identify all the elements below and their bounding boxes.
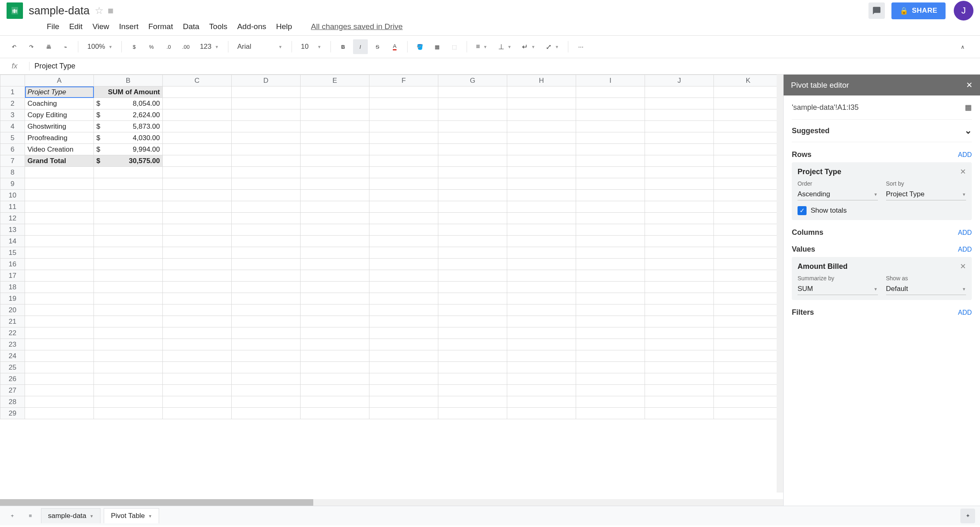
cell-B11[interactable] [94,201,163,213]
row-header-6[interactable]: 6 [0,144,25,155]
cell-I12[interactable] [576,213,645,224]
cell-I6[interactable] [576,144,645,155]
cell-B14[interactable] [94,236,163,247]
cell-H14[interactable] [507,236,576,247]
star-icon[interactable]: ☆ [95,5,104,16]
cell-K14[interactable] [714,236,783,247]
cell-F17[interactable] [369,270,438,282]
cell-F28[interactable] [369,396,438,408]
cell-G16[interactable] [438,259,507,270]
cell-G25[interactable] [438,362,507,373]
row-header-25[interactable]: 25 [0,362,25,373]
cell-D14[interactable] [232,236,301,247]
add-values-button[interactable]: ADD [958,246,972,253]
cell-K1[interactable] [714,86,783,98]
cell-D23[interactable] [232,339,301,350]
cell-B15[interactable] [94,247,163,259]
row-header-26[interactable]: 26 [0,373,25,385]
cell-J15[interactable] [645,247,714,259]
cell-J24[interactable] [645,350,714,362]
cell-G27[interactable] [438,385,507,396]
cell-D2[interactable] [232,98,301,109]
cell-H17[interactable] [507,270,576,282]
cell-F26[interactable] [369,373,438,385]
row-header-21[interactable]: 21 [0,316,25,327]
cell-F11[interactable] [369,201,438,213]
cell-D22[interactable] [232,327,301,339]
cell-F18[interactable] [369,282,438,293]
cell-E23[interactable] [301,339,369,350]
cell-K2[interactable] [714,98,783,109]
cell-H24[interactable] [507,350,576,362]
cell-E29[interactable] [301,408,369,419]
row-header-8[interactable]: 8 [0,167,25,178]
cell-D20[interactable] [232,304,301,316]
cell-A24[interactable] [25,350,94,362]
cell-G29[interactable] [438,408,507,419]
row-header-11[interactable]: 11 [0,201,25,213]
cell-I22[interactable] [576,327,645,339]
cell-J11[interactable] [645,201,714,213]
cell-F2[interactable] [369,98,438,109]
cell-E18[interactable] [301,282,369,293]
cell-K22[interactable] [714,327,783,339]
cell-G23[interactable] [438,339,507,350]
cell-D25[interactable] [232,362,301,373]
cell-A3[interactable]: Copy Editing [25,109,94,121]
cell-A28[interactable] [25,396,94,408]
cell-A2[interactable]: Coaching [25,98,94,109]
cell-D8[interactable] [232,167,301,178]
cell-A14[interactable] [25,236,94,247]
remove-row-field-icon[interactable]: ✕ [960,167,966,176]
cell-H4[interactable] [507,121,576,132]
cell-D3[interactable] [232,109,301,121]
cell-B13[interactable] [94,224,163,236]
row-header-12[interactable]: 12 [0,213,25,224]
col-header-K[interactable]: K [714,75,783,86]
cell-G2[interactable] [438,98,507,109]
print-button[interactable]: 🖶 [41,39,56,54]
cell-C28[interactable] [163,396,232,408]
cell-I4[interactable] [576,121,645,132]
vertical-scrollbar[interactable] [777,75,783,493]
cell-K5[interactable] [714,132,783,144]
cell-B23[interactable] [94,339,163,350]
cell-J17[interactable] [645,270,714,282]
undo-button[interactable]: ↶ [7,39,21,54]
cell-D24[interactable] [232,350,301,362]
formula-input[interactable]: Project Type [30,62,980,70]
cell-H29[interactable] [507,408,576,419]
cell-A22[interactable] [25,327,94,339]
cell-F24[interactable] [369,350,438,362]
cell-E10[interactable] [301,190,369,201]
cell-E9[interactable] [301,178,369,190]
cell-K21[interactable] [714,316,783,327]
cell-B16[interactable] [94,259,163,270]
cell-G5[interactable] [438,132,507,144]
cell-A18[interactable] [25,282,94,293]
cell-B8[interactable] [94,167,163,178]
cell-A12[interactable] [25,213,94,224]
cell-I2[interactable] [576,98,645,109]
add-sheet-button[interactable]: + [5,509,20,523]
cell-C24[interactable] [163,350,232,362]
sortby-select[interactable]: Project Type▼ [886,189,966,200]
italic-button[interactable]: I [353,39,368,54]
cell-E19[interactable] [301,293,369,304]
tab-sample-data[interactable]: sample-data▼ [41,508,100,523]
col-header-I[interactable]: I [576,75,645,86]
chevron-down-icon[interactable]: ⌄ [964,125,972,136]
order-select[interactable]: Ascending▼ [798,189,878,200]
cell-C10[interactable] [163,190,232,201]
cell-D5[interactable] [232,132,301,144]
row-header-28[interactable]: 28 [0,396,25,408]
cell-C23[interactable] [163,339,232,350]
row-header-23[interactable]: 23 [0,339,25,350]
cell-I9[interactable] [576,178,645,190]
cell-C26[interactable] [163,373,232,385]
col-header-D[interactable]: D [232,75,301,86]
cell-G4[interactable] [438,121,507,132]
cell-G15[interactable] [438,247,507,259]
cell-B10[interactable] [94,190,163,201]
cell-E1[interactable] [301,86,369,98]
